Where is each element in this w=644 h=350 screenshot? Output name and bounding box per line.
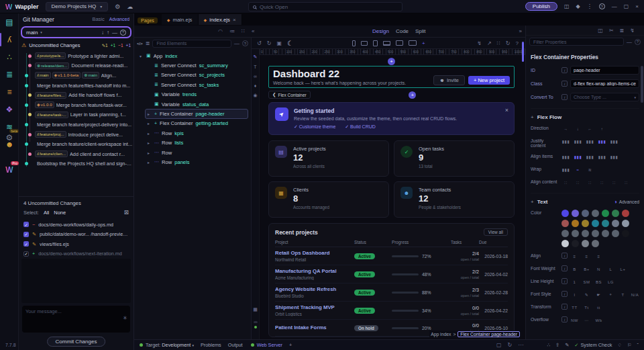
eraser-icon[interactable]: ♢ — [617, 342, 622, 348]
caret-icon[interactable]: ▸ — [148, 150, 152, 155]
table-row[interactable]: Shipment Tracking MVP Orbit Logistics Ac… — [275, 302, 508, 320]
caret-icon[interactable]: ▸ — [148, 131, 152, 136]
getting-started-card[interactable]: ➤ Getting started Review the seeded data… — [268, 102, 515, 135]
edit-pencil-icon[interactable]: ✎ — [254, 54, 258, 60]
customize-theme-link[interactable]: ✓ Customize theme — [294, 124, 335, 130]
option-button[interactable]: ⌖ — [606, 291, 615, 298]
color-swatch[interactable] — [561, 210, 569, 217]
color-swatch[interactable] — [582, 220, 589, 227]
settings-gear-icon[interactable]: ⚙ — [115, 3, 120, 10]
flag-icon[interactable]: ⚐ — [627, 342, 632, 348]
rail-item[interactable]: ≡ — [0, 83, 19, 101]
table-row[interactable]: Agency Website Refresh Bluebird Studio A… — [275, 283, 508, 302]
window-close-button[interactable]: × — [635, 3, 639, 9]
option-button[interactable]: ↓ — [574, 125, 582, 132]
color-swatch[interactable] — [602, 210, 609, 217]
theme-droplet-icon[interactable]: ◆ — [576, 3, 580, 9]
ref-tag[interactable]: ʎ main — [35, 72, 51, 79]
info-icon[interactable]: i — [561, 81, 568, 87]
info-icon[interactable]: i — [561, 265, 568, 271]
rail-item[interactable]: ∴ — [0, 48, 19, 66]
color-swatch[interactable] — [561, 240, 569, 247]
tree-node[interactable]: ≣ Server Connect sc_tasks — [145, 80, 248, 89]
kpi-card[interactable]: ▤ Active projects 12 Across all clients — [268, 140, 389, 177]
ref-tag[interactable]: ⊕ main — [82, 72, 99, 79]
option-button[interactable]: ≡ — [582, 253, 591, 260]
color-swatch[interactable] — [572, 210, 579, 217]
option-button[interactable]: ▮▮▮ — [574, 153, 582, 161]
collapse-panel-icon[interactable]: — — [627, 39, 632, 45]
caret-icon[interactable]: ▸ — [148, 140, 152, 145]
color-swatch[interactable] — [582, 230, 589, 237]
option-button[interactable]: ∷ — [622, 179, 631, 186]
ref-tag[interactable]: ʎ prototype/a... — [35, 52, 66, 59]
help-icon[interactable]: ? — [242, 40, 248, 46]
option-button[interactable]: ▮▮▮ — [561, 166, 570, 173]
link-tool-icon[interactable]: ∞ — [254, 74, 257, 79]
help-icon[interactable]: ? — [516, 40, 519, 46]
option-button[interactable]: N — [594, 265, 603, 273]
visibility-eye-icon[interactable]: ◉ — [253, 93, 257, 98]
actions-lightning-icon[interactable]: ↯ — [477, 40, 482, 46]
toggle-icon[interactable] — [254, 321, 258, 323]
info-icon[interactable]: i — [561, 316, 568, 322]
web-server-button[interactable]: Web Server — [257, 342, 282, 348]
breadcrumb-root[interactable]: App index — [431, 332, 451, 337]
advanced-toggle[interactable]: ◑ Advanced — [614, 199, 639, 205]
option-button[interactable]: ▮▮▮ — [598, 138, 606, 145]
selected-element-badge[interactable]: ❮ Flex Container — [268, 91, 311, 99]
commit-row[interactable]: ʎ feature/task-... Layer in task plannin… — [21, 110, 132, 120]
option-button[interactable]: T — [619, 291, 627, 298]
dark-mode-moon-icon[interactable]: ☾ — [287, 40, 293, 47]
ref-tag[interactable]: ◈ v1.0.0 — [35, 101, 54, 108]
color-swatch[interactable] — [602, 230, 609, 237]
table-row[interactable]: Retail Ops Dashboard Northwind Retail Ac… — [275, 247, 508, 265]
option-button[interactable]: ⋯ — [582, 316, 591, 324]
open-external-icon[interactable]: ↗ — [487, 40, 492, 46]
view-all-button[interactable]: View all — [484, 228, 508, 236]
option-button[interactable]: ▮▮▮ — [561, 138, 570, 145]
color-swatch[interactable] — [612, 220, 619, 227]
option-button[interactable]: tt — [594, 304, 603, 311]
option-button[interactable]: ▮▮▮ — [610, 138, 619, 145]
tree-node[interactable]: ≣ Server Connect sc_projects — [145, 71, 248, 80]
option-button[interactable]: I — [570, 291, 579, 298]
ref-tag[interactable]: ʎ feature/clien... — [35, 150, 68, 157]
window-maximize-button[interactable]: ▢ — [624, 3, 629, 9]
commit-row[interactable]: ◈ v1.0.0 Merge branch feature/task-wor..… — [21, 100, 132, 110]
option-button[interactable]: TT — [570, 304, 579, 311]
color-swatch[interactable] — [592, 240, 599, 247]
color-swatch[interactable] — [622, 210, 629, 217]
color-swatch[interactable] — [612, 210, 619, 217]
uncommitted-changes-row[interactable]: ⚠ Uncommitted Changes ✎1 +1 −1 +1 — [21, 41, 131, 50]
more-icon[interactable]: ⋯ — [518, 342, 523, 348]
commit-row[interactable]: Merge branch feature/project-delivery in… — [21, 120, 132, 130]
color-swatch[interactable] — [592, 230, 599, 237]
option-button[interactable]: SM — [582, 278, 591, 286]
commit-row[interactable]: Bootstrap the Projects HQ shell and sign… — [21, 159, 132, 169]
tree-node[interactable]: ▣ Variable status_data — [145, 99, 248, 109]
info-icon[interactable]: i — [561, 253, 568, 259]
color-swatch[interactable] — [592, 210, 599, 217]
commit-changes-button[interactable]: Commit Changes — [47, 337, 106, 347]
file-tab[interactable]: ◆ index.ejs × — [199, 14, 242, 25]
help-icon[interactable]: ? — [120, 30, 126, 36]
window-minimize-button[interactable]: — — [612, 3, 617, 9]
rail-item-wappler-pro[interactable]: W Pro — [0, 161, 19, 179]
rail-item[interactable]: ▤ — [0, 13, 19, 31]
option-button[interactable]: ≡ — [570, 253, 579, 260]
option-button[interactable]: ∷ — [561, 179, 570, 186]
minimize-icon[interactable]: — — [112, 30, 117, 36]
info-icon[interactable]: i — [561, 291, 568, 297]
quick-open-button[interactable]: Quick Open — [248, 2, 402, 11]
new-project-button[interactable]: + New project — [468, 76, 510, 85]
view-mode-code[interactable]: Code — [396, 28, 409, 34]
git-mode-advanced[interactable]: Advanced — [109, 17, 129, 21]
grid-helper-icon[interactable]: ▦ — [253, 307, 258, 312]
changed-file-row[interactable]: ✓ ✎ views/files.ejs — [21, 239, 131, 249]
rail-item[interactable]: ʎ — [0, 31, 19, 48]
tree-node[interactable]: ▸ ⋯ Row lists — [145, 138, 248, 148]
kpi-card[interactable]: ☻ Team contacts 12 People & stakeholders — [394, 181, 515, 218]
chevron-down-icon[interactable]: ▾ — [40, 30, 42, 34]
commit-row[interactable]: ʎ main ◈ v1.1.0-beta ⊕ main — [21, 71, 132, 81]
